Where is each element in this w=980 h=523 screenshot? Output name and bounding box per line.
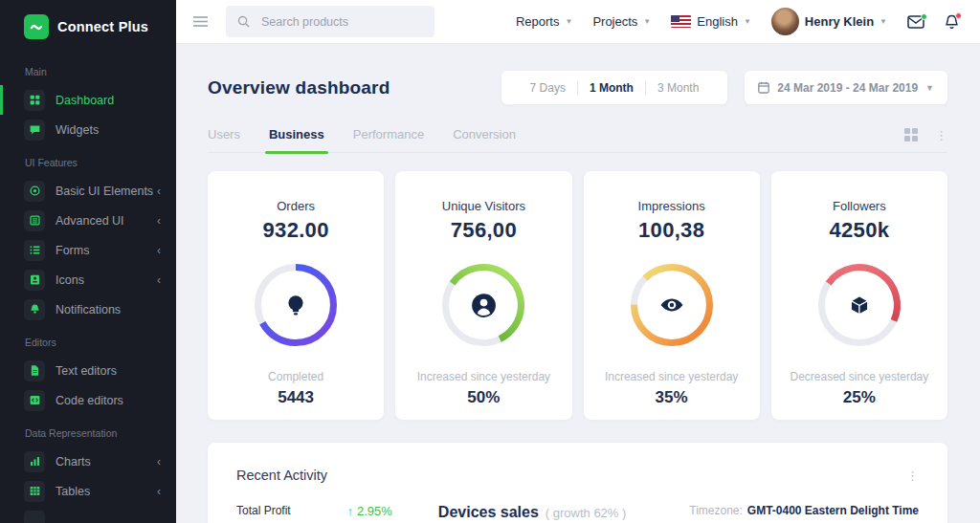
range-picker: 7 Days 1 Month 3 Month [501, 71, 728, 104]
topbar: Reports ▼ Projects ▼ English ▼ Henry Kle… [176, 0, 980, 44]
code-editors-icon [24, 390, 45, 411]
dashboard-icon [24, 90, 45, 111]
user-avatar [771, 8, 799, 35]
sidebar-section-main: Main [0, 54, 176, 85]
card-footer-label: Decreased since yesterday [771, 370, 947, 383]
sidebar-section-ui-features: UI Features [0, 144, 176, 176]
orders-donut-chart [251, 260, 341, 350]
timezone-block: Timezone: GMT-0400 Eastern Delight Time [689, 504, 919, 517]
kebab-menu-icon[interactable]: ⋮ [935, 129, 947, 142]
sidebar-item-text-editors[interactable]: Text editors [0, 356, 176, 385]
eye-icon [627, 260, 717, 350]
date-range-text: 24 Mar 2019 - 24 Mar 2019 [777, 81, 918, 95]
card-value: 4250k [771, 218, 947, 243]
user-icon [438, 260, 528, 350]
date-range-picker[interactable]: 24 Mar 2019 - 24 Mar 2019 ▼ [745, 71, 947, 104]
tables-icon [24, 481, 45, 502]
sidebar-section-data-representation: Data Representation [0, 415, 176, 447]
calendar-icon [758, 81, 769, 94]
sidebar-item-label: Icons [56, 273, 84, 287]
partial-icon [24, 511, 45, 523]
profit-change-badge: ↑ 2.95% [347, 504, 392, 518]
card-footer-value: 25% [771, 388, 947, 407]
kebab-menu-icon[interactable]: ⋮ [906, 469, 919, 482]
charts-icon [24, 451, 45, 472]
devices-sales-block: Devices sales ( growth 62% ) [438, 504, 627, 521]
reports-menu[interactable]: Reports ▼ [516, 14, 572, 29]
user-menu[interactable]: Henry Klein ▼ [771, 8, 887, 35]
card-title: Followers [771, 199, 947, 213]
chevron-down-icon: ▼ [565, 17, 572, 26]
notifications-button[interactable] [945, 14, 959, 30]
hamburger-menu-icon[interactable] [193, 13, 212, 30]
sidebar-item-label: Basic UI Elements [56, 185, 153, 198]
sidebar-item-label: Forms [56, 244, 89, 257]
grid-view-icon[interactable] [904, 128, 918, 142]
card-title: Impressions [584, 199, 760, 213]
sidebar-item-notifications[interactable]: Notifications [0, 294, 176, 324]
sidebar-item-widgets[interactable]: Widgets [0, 115, 176, 144]
messages-button[interactable] [907, 15, 924, 29]
card-title: Orders [208, 199, 384, 213]
tabs: Users Business Performance Conversion ⋮ [208, 127, 947, 153]
card-footer-label: Increased since yesterday [584, 370, 760, 383]
chevron-left-icon: ‹ [157, 273, 161, 287]
recent-activity-head: Recent Activity ⋮ [236, 468, 919, 483]
total-profit-block: Total Profit $ 92556 [236, 504, 292, 523]
sidebar-item-code-editors[interactable]: Code editors [0, 385, 176, 415]
chevron-left-icon: ‹ [157, 485, 161, 498]
advanced-ui-icon [24, 210, 45, 231]
reports-label: Reports [516, 14, 560, 29]
main-area: Reports ▼ Projects ▼ English ▼ Henry Kle… [176, 0, 980, 523]
language-label: English [697, 14, 738, 29]
sidebar-item-label: Tables [56, 485, 90, 498]
card-value: 756,00 [395, 218, 571, 243]
sidebar-item-label: Advanced UI [56, 214, 124, 228]
sidebar-item-forms[interactable]: Forms ‹ [0, 235, 176, 265]
sidebar-section-editors: Editors [0, 324, 176, 356]
notifications-icon [24, 299, 45, 320]
chevron-left-icon: ‹ [157, 185, 161, 198]
tab-performance[interactable]: Performance [353, 127, 424, 152]
tab-users[interactable]: Users [208, 127, 240, 152]
sidebar-item-tables[interactable]: Tables ‹ [0, 476, 176, 506]
search-box [226, 6, 434, 37]
card-footer-value: 35% [584, 388, 760, 407]
sidebar-item-advanced-ui[interactable]: Advanced UI ‹ [0, 206, 176, 235]
projects-label: Projects [592, 14, 637, 29]
range-3-month-button[interactable]: 3 Month [646, 81, 710, 95]
projects-menu[interactable]: Projects ▼ [592, 14, 651, 29]
topbar-right: Reports ▼ Projects ▼ English ▼ Henry Kle… [516, 8, 959, 35]
chevron-down-icon: ▼ [643, 17, 651, 26]
app-window: Connect Plus Main Dashboard Widgets UI F… [0, 0, 980, 523]
sidebar-item-charts[interactable]: Charts ‹ [0, 447, 176, 476]
sidebar-item-label: Charts [56, 455, 91, 469]
sidebar-item-partial[interactable] [0, 506, 176, 523]
search-icon [237, 15, 250, 28]
sidebar-item-icons[interactable]: Icons ‹ [0, 265, 176, 294]
followers-card: Followers 4250k Decreased since yesterda… [771, 171, 947, 420]
sidebar-item-label: Notifications [56, 303, 121, 316]
widgets-icon [24, 120, 45, 141]
brand[interactable]: Connect Plus [0, 0, 176, 54]
range-1-month-button[interactable]: 1 Month [578, 81, 645, 95]
sidebar-item-basic-ui-elements[interactable]: Basic UI Elements ‹ [0, 176, 176, 206]
language-menu[interactable]: English ▼ [671, 14, 751, 29]
tab-conversion[interactable]: Conversion [453, 127, 516, 152]
page-head: Overview dashboard 7 Days 1 Month 3 Mont… [208, 71, 947, 104]
card-value: 100,38 [584, 218, 760, 243]
timezone-label: Timezone: [689, 504, 743, 517]
user-name: Henry Klein [805, 14, 874, 29]
card-title: Unique Visitors [395, 199, 571, 213]
devices-sales-growth: ( growth 62% ) [546, 506, 627, 520]
chevron-left-icon: ‹ [157, 455, 161, 469]
sidebar-item-dashboard[interactable]: Dashboard [0, 85, 176, 115]
card-footer-value: 5443 [208, 388, 384, 407]
card-footer-label: Completed [208, 370, 384, 383]
impressions-card: Impressions 100,38 Increased since yeste… [584, 171, 760, 420]
recent-activity-title: Recent Activity [236, 468, 327, 483]
search-input[interactable] [261, 15, 423, 29]
tab-business[interactable]: Business [269, 127, 324, 152]
range-7-days-button[interactable]: 7 Days [519, 81, 577, 95]
card-footer-value: 50% [395, 388, 571, 407]
